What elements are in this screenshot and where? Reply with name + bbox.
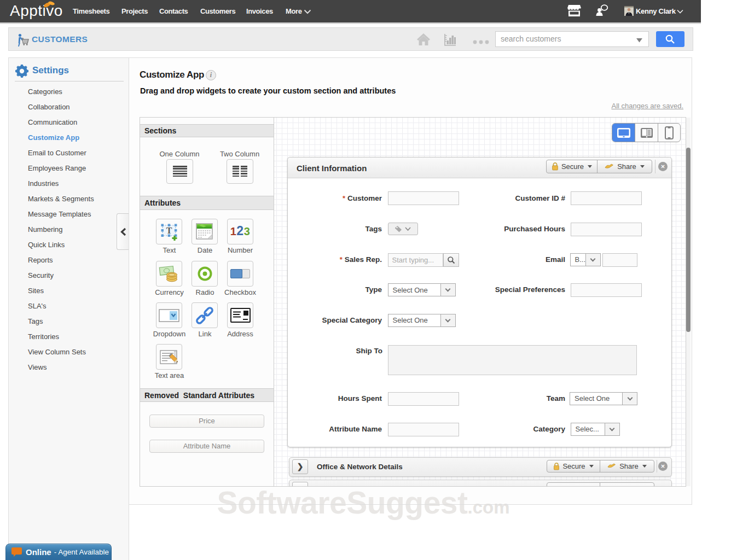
svg-text:T: T bbox=[166, 226, 172, 235]
